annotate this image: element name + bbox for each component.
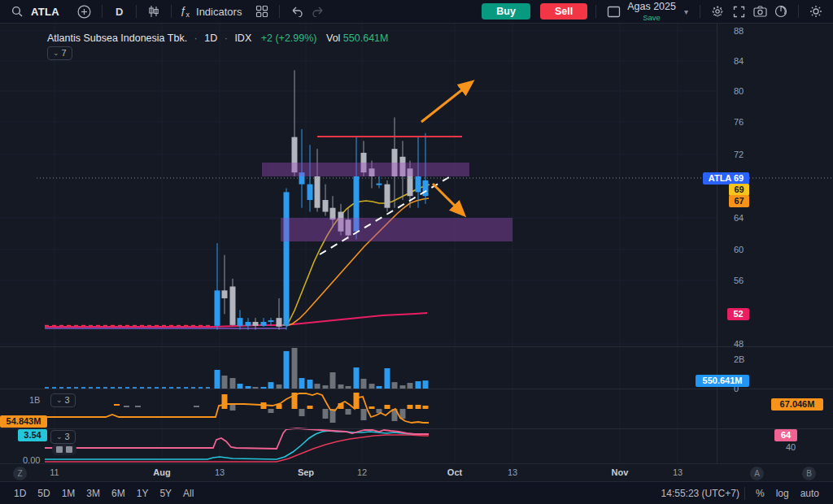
chart-style-candles-icon[interactable]: [145, 2, 163, 20]
range-button-1m[interactable]: 1M: [56, 486, 81, 501]
publish-idea-clock-icon[interactable]: [772, 2, 790, 20]
time-axis[interactable]: 11Aug13Sep12Oct13Nov13ZAB: [0, 463, 833, 482]
toolbar-divider: [700, 5, 700, 18]
save-label[interactable]: Save: [643, 14, 661, 22]
price-value-label: 550.641M: [696, 375, 749, 387]
toolbar-divider: [595, 5, 596, 18]
layout-select-icon[interactable]: [604, 2, 622, 20]
toolbar-divider: [798, 5, 799, 18]
symbol-search[interactable]: ATLA: [31, 6, 59, 18]
layout-name-button[interactable]: Agas 2025 Save: [627, 2, 676, 21]
search-icon[interactable]: [8, 2, 26, 20]
tool-icon: [56, 446, 63, 453]
price-scale-tick: 56: [734, 276, 783, 285]
indicator-quick-tools[interactable]: [52, 444, 76, 455]
price-value-label: 64: [774, 429, 797, 441]
time-axis-label: Sep: [298, 467, 314, 477]
chevron-down-icon: ⌄: [56, 395, 63, 406]
layout-grid-icon[interactable]: [253, 2, 271, 20]
undo-icon[interactable]: [288, 2, 306, 20]
adjust-b-badge[interactable]: B: [802, 467, 816, 480]
range-button-5d[interactable]: 5D: [32, 486, 55, 501]
range-button-5y[interactable]: 5Y: [154, 486, 177, 501]
chevron-down-icon: ⌄: [56, 432, 63, 442]
time-axis-label: Oct: [447, 467, 462, 477]
price-value-label: ATLA 69: [703, 172, 749, 185]
price-value-label: 52: [727, 308, 749, 320]
time-axis-label: Nov: [612, 467, 629, 477]
price-value-label: 67.046M: [771, 398, 823, 411]
range-button-3m[interactable]: 3M: [81, 486, 106, 501]
price-scale-tick: 80: [734, 86, 783, 96]
clock[interactable]: 14:55:23 (UTC+7): [661, 488, 739, 499]
legend-title: Atlantis Subsea Indonesia Tbk.: [47, 33, 187, 44]
price-scale-tick: 48: [734, 339, 783, 349]
price-scale-tick: 88: [734, 26, 783, 36]
log-scale-toggle[interactable]: log: [770, 486, 795, 501]
price-value-label: 69: [729, 184, 749, 196]
redo-icon[interactable]: [309, 2, 327, 20]
legend-change: +2 (+2.99%): [261, 33, 317, 44]
objects-drawer-button[interactable]: ⌄ 7: [47, 46, 72, 60]
range-button-6m[interactable]: 6M: [106, 486, 131, 501]
camera-snapshot-icon[interactable]: [751, 2, 769, 20]
left-scale-tick: 1B: [29, 395, 40, 405]
toolbar-divider: [102, 5, 102, 18]
indicators-button[interactable]: Indicators: [196, 6, 242, 18]
buy-button[interactable]: Buy: [482, 3, 530, 20]
legend-interval: 1D: [204, 33, 217, 44]
timezone-badge[interactable]: Z: [13, 467, 27, 480]
adjust-a-badge[interactable]: A: [750, 467, 764, 480]
price-chart-canvas[interactable]: [0, 23, 833, 463]
price-scale-tick: 60: [734, 245, 783, 254]
add-symbol-icon[interactable]: [76, 2, 94, 20]
legend-exchange: IDX: [234, 33, 251, 44]
time-axis-label: 12: [357, 467, 367, 477]
price-scale-tick: 72: [734, 150, 783, 159]
symbol-legend[interactable]: Atlantis Subsea Indonesia Tbk. · 1D · ID…: [47, 33, 388, 44]
top-toolbar: ATLA D ƒx Indicators Buy Sell Agas: [0, 0, 833, 24]
time-axis-label: 11: [50, 467, 59, 477]
time-axis-label: 13: [215, 467, 225, 477]
sell-button[interactable]: Sell: [540, 3, 587, 20]
indicator-value-label: 54.843M: [0, 415, 47, 428]
settings-gear-icon[interactable]: [709, 2, 726, 20]
bottom-toolbar: 1D5D1M3M6M1Y5YAll 14:55:23 (UTC+7) % log…: [0, 481, 833, 504]
chevron-down-icon: ⌄: [53, 48, 59, 59]
legend-vol-value: 550.641M: [343, 33, 389, 44]
interval-button[interactable]: D: [111, 6, 128, 18]
time-axis-label: Aug: [153, 467, 170, 477]
range-button-1d[interactable]: 1D: [8, 486, 32, 501]
theme-brightness-icon[interactable]: [807, 2, 825, 20]
auto-scale-toggle[interactable]: auto: [795, 486, 825, 501]
range-button-all[interactable]: All: [177, 486, 199, 501]
range-button-1y[interactable]: 1Y: [131, 486, 155, 501]
indicator-value-label: 3.54: [18, 429, 47, 441]
toolbar-divider: [171, 5, 172, 18]
oscillator-indicators-button[interactable]: ⌄ 3: [50, 430, 76, 444]
volume-scale-tick: 2B: [734, 354, 783, 364]
percent-scale-toggle[interactable]: %: [750, 486, 770, 501]
toolbar-divider: [744, 487, 745, 500]
fullscreen-icon[interactable]: [730, 2, 748, 20]
chevron-down-icon[interactable]: ▾: [684, 7, 688, 16]
price-scale-tick: 76: [734, 117, 783, 127]
tool-icon: [66, 446, 72, 453]
range-switcher: 1D5D1M3M6M1Y5YAll: [8, 486, 199, 501]
price-scale-tick: 64: [734, 213, 783, 223]
trading-terminal: ATLA D ƒx Indicators Buy Sell Agas: [0, 0, 833, 504]
legend-vol-label: Vol: [326, 33, 340, 44]
volume-indicators-button[interactable]: ⌄ 3: [50, 393, 76, 407]
time-axis-label: 13: [673, 467, 683, 477]
price-value-label: 67: [729, 195, 749, 207]
toolbar-divider: [136, 5, 137, 18]
fx-icon[interactable]: ƒx: [180, 4, 190, 19]
toolbar-divider: [279, 5, 280, 18]
lower-scale-tick: 40: [786, 442, 796, 452]
time-axis-label: 13: [508, 467, 517, 477]
price-scale-tick: 84: [734, 56, 783, 66]
